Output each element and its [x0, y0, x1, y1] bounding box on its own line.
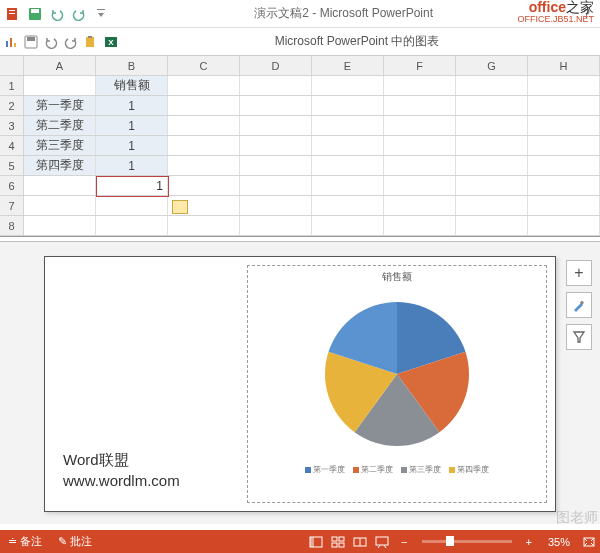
cell[interactable] — [24, 216, 96, 235]
cell[interactable] — [24, 176, 96, 195]
cell[interactable]: 1 — [96, 176, 168, 195]
cell[interactable] — [168, 116, 240, 135]
cell[interactable] — [312, 216, 384, 235]
cell[interactable]: 第三季度 — [24, 136, 96, 155]
cell[interactable] — [312, 76, 384, 95]
reading-view-icon[interactable] — [350, 534, 370, 550]
cell[interactable] — [240, 96, 312, 115]
col-header[interactable]: B — [96, 56, 168, 75]
slide-canvas[interactable]: 销售额 第一季度 第二季度 第三季度 第四季度 — [44, 256, 556, 512]
cell[interactable] — [240, 116, 312, 135]
cell[interactable] — [312, 176, 384, 195]
zoom-slider[interactable] — [422, 540, 512, 543]
slideshow-view-icon[interactable] — [372, 534, 392, 550]
chart-styles-button[interactable] — [566, 292, 592, 318]
cell[interactable] — [528, 176, 600, 195]
col-header[interactable]: D — [240, 56, 312, 75]
cell[interactable] — [168, 96, 240, 115]
cell[interactable] — [384, 156, 456, 175]
cell[interactable] — [96, 196, 168, 215]
undo-icon[interactable] — [44, 35, 58, 49]
cell[interactable] — [240, 176, 312, 195]
cell[interactable]: 1 — [96, 96, 168, 115]
cell[interactable] — [312, 196, 384, 215]
cell[interactable] — [384, 136, 456, 155]
col-header[interactable]: F — [384, 56, 456, 75]
zoom-thumb[interactable] — [446, 536, 454, 546]
cell[interactable] — [456, 96, 528, 115]
cell[interactable]: 1 — [96, 156, 168, 175]
file-icon[interactable] — [4, 5, 22, 23]
col-header[interactable]: E — [312, 56, 384, 75]
row-header[interactable]: 6 — [0, 176, 24, 195]
normal-view-icon[interactable] — [306, 534, 326, 550]
cell[interactable] — [456, 216, 528, 235]
cell[interactable] — [240, 136, 312, 155]
cell[interactable] — [384, 116, 456, 135]
cell[interactable] — [24, 196, 96, 215]
chart-elements-button[interactable]: + — [566, 260, 592, 286]
dropdown-icon[interactable] — [92, 5, 110, 23]
cell[interactable] — [528, 96, 600, 115]
paste-options-icon[interactable] — [172, 200, 188, 214]
paste-icon[interactable] — [84, 35, 98, 49]
cell[interactable] — [456, 156, 528, 175]
excel-icon[interactable]: X — [104, 35, 118, 49]
cell[interactable] — [456, 176, 528, 195]
redo-icon[interactable] — [64, 35, 78, 49]
cell[interactable] — [528, 76, 600, 95]
row-header[interactable]: 3 — [0, 116, 24, 135]
col-header[interactable]: C — [168, 56, 240, 75]
zoom-out-button[interactable]: − — [393, 536, 415, 548]
cell[interactable] — [456, 116, 528, 135]
col-header[interactable]: H — [528, 56, 600, 75]
save-icon[interactable] — [26, 5, 44, 23]
cell[interactable] — [240, 216, 312, 235]
cell[interactable] — [240, 156, 312, 175]
zoom-level[interactable]: 35% — [540, 536, 578, 548]
sorter-view-icon[interactable] — [328, 534, 348, 550]
save-icon[interactable] — [24, 35, 38, 49]
fit-window-icon[interactable] — [579, 534, 599, 550]
cell[interactable]: 第一季度 — [24, 96, 96, 115]
cell[interactable] — [24, 76, 96, 95]
cell[interactable] — [240, 196, 312, 215]
cell[interactable]: 1 — [96, 116, 168, 135]
cell[interactable]: 1 — [96, 136, 168, 155]
cell[interactable] — [312, 136, 384, 155]
cell[interactable] — [384, 216, 456, 235]
cell[interactable] — [528, 156, 600, 175]
cell[interactable] — [168, 156, 240, 175]
notes-button[interactable]: ≐备注 — [0, 534, 50, 549]
row-header[interactable]: 8 — [0, 216, 24, 235]
chart-icon[interactable] — [4, 35, 18, 49]
col-header[interactable]: A — [24, 56, 96, 75]
cell[interactable] — [312, 156, 384, 175]
cell[interactable] — [168, 76, 240, 95]
cell[interactable] — [168, 216, 240, 235]
cell[interactable] — [168, 176, 240, 195]
cell[interactable] — [168, 136, 240, 155]
cell[interactable]: 销售额 — [96, 76, 168, 95]
row-header[interactable]: 5 — [0, 156, 24, 175]
chart-filters-button[interactable] — [566, 324, 592, 350]
cell[interactable] — [456, 76, 528, 95]
chart-object[interactable]: 销售额 第一季度 第二季度 第三季度 第四季度 — [247, 265, 547, 503]
select-all-cell[interactable] — [0, 56, 24, 75]
redo-icon[interactable] — [70, 5, 88, 23]
row-header[interactable]: 2 — [0, 96, 24, 115]
cell[interactable] — [240, 76, 312, 95]
cell[interactable] — [312, 96, 384, 115]
cell[interactable] — [384, 176, 456, 195]
row-header[interactable]: 4 — [0, 136, 24, 155]
cell[interactable] — [384, 196, 456, 215]
cell[interactable] — [528, 136, 600, 155]
undo-icon[interactable] — [48, 5, 66, 23]
col-header[interactable]: G — [456, 56, 528, 75]
row-header[interactable]: 1 — [0, 76, 24, 95]
cell[interactable] — [456, 196, 528, 215]
cell[interactable]: 第二季度 — [24, 116, 96, 135]
row-header[interactable]: 7 — [0, 196, 24, 215]
comments-button[interactable]: ✎批注 — [50, 534, 100, 549]
cell[interactable] — [528, 116, 600, 135]
